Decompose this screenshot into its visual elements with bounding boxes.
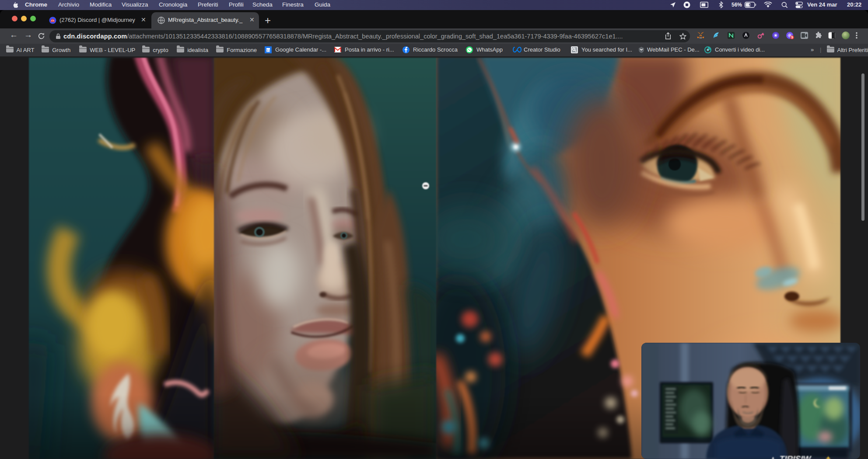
svg-text:31: 31: [266, 49, 270, 52]
svg-text:▲ TIRISIW: ▲ TIRISIW: [769, 454, 812, 459]
svg-text:✦: ✦: [825, 455, 831, 459]
svg-text:5: 5: [791, 35, 793, 39]
